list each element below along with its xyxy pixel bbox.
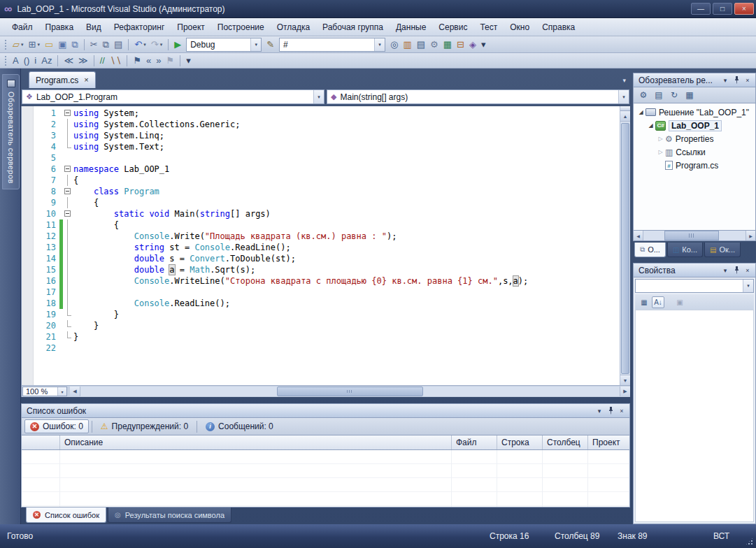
debug-config-select[interactable]: Debug ▾: [186, 38, 262, 52]
scroll-right-icon[interactable]: ▶: [620, 387, 630, 396]
pin-icon[interactable]: [731, 265, 742, 275]
scrollbar-thumb[interactable]: [277, 387, 422, 396]
member-list-button[interactable]: A: [10, 54, 21, 68]
expander-icon[interactable]: ◢: [636, 109, 646, 115]
expander-icon[interactable]: ◢: [646, 122, 655, 129]
error-list-grid[interactable]: [21, 450, 630, 507]
column-header-col[interactable]: Столбец: [543, 435, 588, 449]
complete-word-button[interactable]: Az: [39, 54, 54, 68]
toolbar-options-button[interactable]: ▾: [184, 54, 193, 68]
expander-icon[interactable]: ▷: [656, 136, 665, 142]
resize-grip[interactable]: [745, 537, 754, 546]
scroll-left-icon[interactable]: ◀: [70, 387, 80, 396]
collapse-box-icon[interactable]: [64, 188, 71, 194]
outlining-margin[interactable]: [63, 219, 73, 231]
warning-filter-button[interactable]: ⚠Предупреждений: 0: [95, 419, 194, 433]
pin-icon[interactable]: [731, 75, 742, 85]
column-header-desc[interactable]: Описание: [60, 435, 452, 449]
info-filter-button[interactable]: iСообщений: 0: [200, 419, 279, 433]
new-file-button[interactable]: ▱▾: [10, 38, 26, 52]
zoom-select[interactable]: 100 % ▾: [22, 387, 67, 396]
menu-item[interactable]: Правка: [39, 19, 80, 36]
menu-item[interactable]: Окно: [504, 19, 536, 36]
bottom-panel-tab[interactable]: ◎Результаты поиска символа: [108, 507, 231, 523]
scroll-left-icon[interactable]: ◀: [634, 231, 643, 240]
menu-item[interactable]: Сервис: [432, 19, 473, 36]
member-select[interactable]: ◆ Main(string[] args) ▾: [327, 89, 629, 104]
menu-item[interactable]: Справка: [536, 19, 581, 36]
find-symbol-button[interactable]: ✎: [264, 38, 276, 52]
outlining-margin[interactable]: [63, 298, 73, 309]
close-icon[interactable]: ×: [742, 75, 753, 85]
save-all-button[interactable]: ⧉: [70, 38, 80, 52]
outlining-margin[interactable]: [63, 331, 73, 342]
find-in-files-button[interactable]: ◎: [388, 38, 400, 52]
tree-node-project[interactable]: ◢C#Lab_OOP_1: [634, 119, 755, 132]
column-header-line[interactable]: Строка: [497, 435, 543, 449]
scroll-down-icon[interactable]: ▼: [620, 375, 630, 385]
outlining-margin[interactable]: [63, 275, 73, 287]
save-button[interactable]: ▣: [56, 38, 69, 52]
outlining-margin[interactable]: [63, 152, 73, 164]
refresh-button[interactable]: ↻: [668, 89, 680, 101]
start-page-button[interactable]: ◈: [467, 38, 478, 52]
collapse-box-icon[interactable]: [64, 210, 71, 217]
window-position-icon[interactable]: ▾: [594, 405, 605, 416]
code-editor[interactable]: 1using System;2using System.Collections.…: [21, 106, 620, 385]
properties-grid[interactable]: [635, 310, 754, 522]
outlining-margin[interactable]: [63, 130, 73, 141]
server-explorer-tab[interactable]: Обозреватель серверов: [2, 74, 20, 189]
tree-node-references[interactable]: ▷▥Ссылки: [634, 145, 755, 159]
solution-explorer-button[interactable]: ▤: [415, 38, 427, 52]
editor-vertical-scrollbar[interactable]: ▲ ▼: [620, 106, 630, 385]
paste-button[interactable]: ▤: [112, 38, 124, 52]
close-icon[interactable]: ×: [742, 265, 753, 275]
menu-item[interactable]: Отладка: [271, 19, 316, 36]
categorized-button[interactable]: ▦: [638, 296, 650, 308]
increase-indent-button[interactable]: ≫: [76, 54, 90, 68]
undo-button[interactable]: ↶▾: [132, 38, 148, 52]
toolbar-grip[interactable]: [3, 56, 7, 66]
add-item-button[interactable]: ⊞▾: [27, 38, 42, 52]
tree-node-solution[interactable]: ◢Решение "Lab_OOP_1": [634, 106, 755, 119]
tab-close-icon[interactable]: ×: [84, 76, 88, 84]
chevron-down-icon[interactable]: ▾: [374, 38, 385, 51]
comment-button[interactable]: //: [98, 54, 107, 68]
close-icon[interactable]: ×: [616, 405, 627, 416]
object-browser-button[interactable]: ▦: [441, 38, 454, 52]
toggle-bookmark-button[interactable]: ⚑: [131, 54, 143, 68]
outlining-margin[interactable]: [63, 320, 73, 331]
column-header-proj[interactable]: Проект: [588, 435, 629, 449]
property-pages-button[interactable]: ▣: [673, 296, 686, 308]
cut-button[interactable]: ✂: [88, 38, 100, 52]
chevron-down-icon[interactable]: ▾: [250, 38, 261, 51]
outlining-margin[interactable]: [63, 208, 73, 219]
class-diagram-button[interactable]: ▦: [683, 89, 696, 101]
menu-item[interactable]: Тест: [473, 19, 504, 36]
clear-bookmarks-button[interactable]: ⚑: [164, 54, 177, 68]
tree-node-properties[interactable]: ▷⚙Properties: [634, 132, 755, 145]
prev-bookmark-button[interactable]: «: [144, 54, 153, 68]
menu-item[interactable]: Проект: [171, 19, 211, 36]
window-position-icon[interactable]: ▾: [720, 75, 731, 85]
scrollbar-thumb[interactable]: [664, 231, 719, 240]
menu-item[interactable]: Вид: [80, 19, 108, 36]
properties-window-button[interactable]: ⚙: [428, 38, 441, 52]
properties-button[interactable]: ⚙: [637, 89, 650, 101]
menu-item[interactable]: Рабочая группа: [316, 19, 390, 36]
toolbar-options-button[interactable]: ▾: [479, 38, 488, 52]
collapse-box-icon[interactable]: [64, 166, 71, 172]
outlining-margin[interactable]: [63, 342, 73, 354]
icon-column-header[interactable]: [22, 435, 60, 449]
column-header-file[interactable]: Файл: [452, 435, 497, 449]
scroll-up-icon[interactable]: ▲: [620, 111, 630, 122]
chevron-down-icon[interactable]: ▾: [313, 90, 324, 103]
chevron-down-icon[interactable]: ▾: [618, 90, 629, 103]
outlining-margin[interactable]: [63, 309, 73, 320]
command-window-button[interactable]: ▥: [401, 38, 413, 52]
chevron-down-icon[interactable]: ▾: [57, 387, 66, 396]
maximize-button[interactable]: □: [713, 3, 732, 15]
solution-horizontal-scrollbar[interactable]: ◀ ▶: [633, 231, 756, 241]
menu-item[interactable]: Файл: [6, 19, 39, 36]
object-select[interactable]: ▾: [635, 279, 754, 293]
